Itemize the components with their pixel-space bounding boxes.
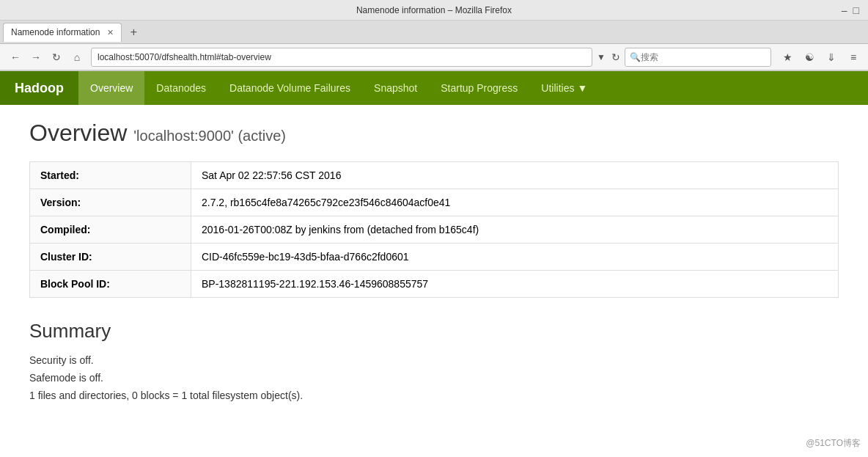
- table-value: 2016-01-26T00:08Z by jenkins from (detac…: [191, 216, 839, 244]
- tab-bar: Namenode information ✕ +: [0, 21, 868, 44]
- table-row: Compiled: 2016-01-26T00:08Z by jenkins f…: [30, 216, 839, 244]
- table-label: Block Pool ID:: [30, 271, 191, 298]
- table-label: Started:: [30, 162, 191, 189]
- summary-line-2: Safemode is off.: [29, 372, 839, 384]
- page-subtitle: 'localhost:9000' (active): [133, 128, 286, 144]
- summary-line-1: Security is off.: [29, 354, 839, 366]
- url-input[interactable]: [91, 48, 592, 67]
- table-value: 2.7.2, rb165c4fe8a74265c792ce23f546c8460…: [191, 189, 839, 216]
- nav-item-startup-progress[interactable]: Startup Progress: [429, 71, 529, 105]
- browser-tab[interactable]: Namenode information ✕: [3, 23, 122, 42]
- nav-item-datanode-volume-failures[interactable]: Datanode Volume Failures: [218, 71, 362, 105]
- title-bar: Namenode information – Mozilla Firefox –…: [0, 0, 868, 21]
- hadoop-logo: Hadoop: [0, 71, 78, 105]
- hadoop-nav: Hadoop Overview Datanodes Datanode Volum…: [0, 71, 868, 105]
- bookmark-icon[interactable]: ★: [779, 48, 796, 66]
- table-row: Started: Sat Apr 02 22:57:56 CST 2016: [30, 162, 839, 189]
- tab-label: Namenode information: [11, 27, 100, 37]
- page-title: Overview 'localhost:9000' (active): [29, 120, 839, 147]
- table-label: Compiled:: [30, 216, 191, 244]
- menu-icon[interactable]: ≡: [845, 48, 862, 66]
- info-table: Started: Sat Apr 02 22:57:56 CST 2016 Ve…: [29, 161, 839, 298]
- minimize-button[interactable]: –: [842, 4, 847, 16]
- summary-line-3: 1 files and directories, 0 blocks = 1 to…: [29, 390, 839, 401]
- back-button[interactable]: ←: [6, 48, 25, 67]
- nav-item-utilities[interactable]: Utilities ▼: [529, 71, 599, 105]
- address-bar: ← → ↻ ⌂ ▼ ↻ 🔍 ★ ☯ ⇓ ≡: [0, 44, 868, 70]
- nav-item-datanodes[interactable]: Datanodes: [144, 71, 218, 105]
- utilities-label: Utilities: [541, 82, 574, 94]
- table-label: Cluster ID:: [30, 244, 191, 271]
- nav-items: Overview Datanodes Datanode Volume Failu…: [78, 71, 599, 105]
- nav-item-overview[interactable]: Overview: [78, 71, 144, 105]
- table-value: Sat Apr 02 22:57:56 CST 2016: [191, 162, 839, 189]
- table-value: BP-1382811195-221.192.153.46-14596088557…: [191, 271, 839, 298]
- table-label: Version:: [30, 189, 191, 216]
- main-content: Overview 'localhost:9000' (active) Start…: [0, 105, 868, 422]
- table-row: Block Pool ID: BP-1382811195-221.192.153…: [30, 271, 839, 298]
- new-tab-button[interactable]: +: [125, 23, 142, 41]
- summary-title: Summary: [29, 320, 839, 343]
- window-title: Namenode information – Mozilla Firefox: [356, 5, 512, 15]
- table-row: Cluster ID: CID-46fc559e-bc19-43d5-bfaa-…: [30, 244, 839, 271]
- search-box[interactable]: 🔍: [625, 48, 771, 67]
- home-button[interactable]: ⌂: [67, 48, 87, 67]
- nav-item-snapshot[interactable]: Snapshot: [362, 71, 429, 105]
- sync-icon[interactable]: ☯: [801, 48, 818, 66]
- url-dropdown-icon[interactable]: ▼: [597, 52, 606, 62]
- table-row: Version: 2.7.2, rb165c4fe8a74265c792ce23…: [30, 189, 839, 216]
- search-input[interactable]: [641, 52, 766, 62]
- maximize-button[interactable]: □: [853, 4, 859, 16]
- download-icon[interactable]: ⇓: [823, 48, 840, 66]
- nav-buttons: ← → ↻ ⌂: [6, 48, 87, 67]
- utilities-dropdown-icon: ▼: [577, 82, 587, 94]
- reload-icon[interactable]: ↻: [611, 51, 620, 63]
- table-value: CID-46fc559e-bc19-43d5-bfaa-d766c2fd0601: [191, 244, 839, 271]
- toolbar-icons: ★ ☯ ⇓ ≡: [779, 48, 862, 66]
- tab-close-button[interactable]: ✕: [107, 28, 114, 37]
- refresh-button[interactable]: ↻: [47, 48, 66, 67]
- window-controls[interactable]: – □: [842, 4, 859, 16]
- search-icon: 🔍: [630, 52, 641, 62]
- forward-button[interactable]: →: [26, 48, 45, 67]
